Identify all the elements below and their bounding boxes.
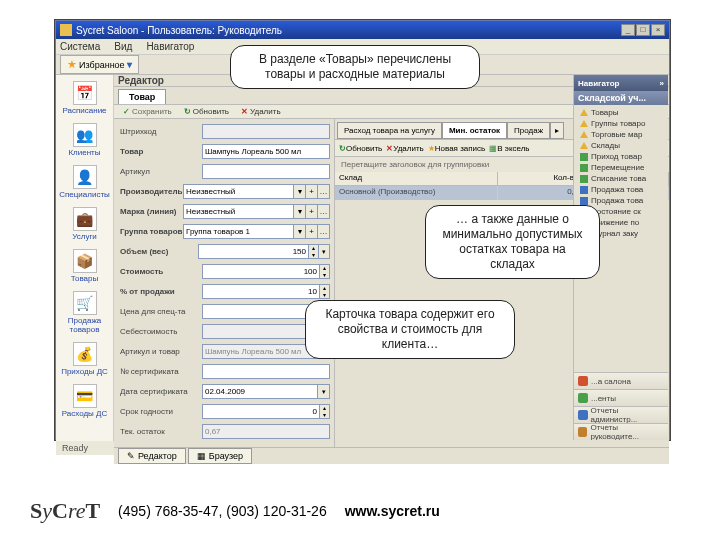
price-label: Цена для спец-та	[120, 307, 202, 316]
group-buttons[interactable]: ▾+…	[294, 224, 330, 239]
sidebar-label: Услуги	[72, 232, 97, 241]
sidebar-item-income[interactable]: 💰Приходы ДС	[58, 340, 112, 378]
delete-icon: ✕	[241, 107, 248, 116]
group-input[interactable]	[183, 224, 294, 239]
collapse-icon[interactable]: »	[660, 79, 664, 88]
close-button[interactable]: ×	[651, 24, 665, 36]
nav-item[interactable]: Продажа това	[574, 184, 668, 195]
sidebar-label: Специалисты	[59, 190, 110, 199]
maximize-button[interactable]: □	[636, 24, 650, 36]
percent-label: % от продажи	[120, 287, 202, 296]
certdate-input[interactable]	[202, 384, 318, 399]
delete-button[interactable]: ✕Удалить	[386, 144, 424, 153]
tab-product[interactable]: Товар	[118, 89, 166, 104]
brand-buttons[interactable]: ▾+…	[294, 204, 330, 219]
nav-section-bar[interactable]: ...енты	[574, 389, 668, 406]
bottom-tabs: ✎Редактор ▦Браузер	[114, 447, 669, 464]
minimize-button[interactable]: _	[621, 24, 635, 36]
cert-input[interactable]	[202, 364, 330, 379]
nav-item[interactable]: Перемещение	[574, 162, 668, 173]
product-input[interactable]	[202, 144, 330, 159]
callout-products: В разделе «Товары» перечислены товары и …	[230, 45, 480, 89]
square-icon	[580, 175, 588, 183]
col-qty[interactable]: Кол-во	[498, 172, 584, 185]
rtab-more[interactable]: ▸	[550, 122, 564, 139]
nav-item[interactable]: Склады	[574, 140, 668, 151]
editor-icon: ✎	[127, 451, 135, 461]
excel-button[interactable]: ▦В эксель	[489, 144, 529, 153]
section-icon	[578, 410, 588, 420]
expense-icon: 💳	[73, 384, 97, 408]
nav-section-bar[interactable]: Отчеты руководите...	[574, 423, 668, 440]
navigator-sections: ...а салона ...енты Отчеты администр... …	[574, 372, 668, 440]
cell-warehouse: Основной (Производство)	[335, 186, 498, 200]
nav-item[interactable]: Торговые мар	[574, 129, 668, 140]
nav-item[interactable]: Приход товар	[574, 151, 668, 162]
manufacturer-input[interactable]	[183, 184, 294, 199]
star-icon: ★	[428, 144, 435, 153]
cost-spinner[interactable]: ▴▾	[320, 264, 330, 279]
income-icon: 💰	[73, 342, 97, 366]
logo: SyCreT	[30, 498, 100, 524]
article-input[interactable]	[202, 164, 330, 179]
nav-item[interactable]: Товары	[574, 107, 668, 118]
nav-section-bar[interactable]: ...а салона	[574, 372, 668, 389]
refresh-button[interactable]: ↻Обновить	[179, 105, 234, 118]
favorites-button[interactable]: ★ Избранное ▾	[60, 55, 139, 74]
sidebar-label: Расписание	[62, 106, 106, 115]
brand-label: Марка (линия)	[120, 207, 183, 216]
brand-input[interactable]	[183, 204, 294, 219]
nav-item[interactable]: Списание това	[574, 173, 668, 184]
cost-label: Стоимость	[120, 267, 202, 276]
volume-input[interactable]	[198, 244, 309, 259]
sidebar-item-services[interactable]: 💼Услуги	[58, 205, 112, 243]
rest-input	[202, 424, 330, 439]
delete-button[interactable]: ✕Удалить	[236, 105, 286, 118]
btab-editor[interactable]: ✎Редактор	[118, 448, 186, 464]
refresh-button[interactable]: ↻Обновить	[339, 144, 382, 153]
sidebar-item-clients[interactable]: 👥Клиенты	[58, 121, 112, 159]
sidebar-item-expense[interactable]: 💳Расходы ДС	[58, 382, 112, 420]
window-controls: _ □ ×	[621, 24, 665, 36]
services-icon: 💼	[73, 207, 97, 231]
cost-input[interactable]	[202, 264, 320, 279]
sidebar-item-specialists[interactable]: 👤Специалисты	[58, 163, 112, 201]
barcode-input[interactable]	[202, 124, 330, 139]
menu-navigator[interactable]: Навигатор	[146, 41, 194, 52]
nav-section-bar[interactable]: Отчеты администр...	[574, 406, 668, 423]
window-title: Sycret Saloon - Пользователь: Руководите…	[76, 25, 282, 36]
price-input[interactable]	[202, 304, 320, 319]
sidebar-item-sales[interactable]: 🛒Продажа товаров	[58, 289, 112, 336]
selfcost-label: Себестоимость	[120, 327, 202, 336]
certdate-label: Дата сертификата	[120, 387, 202, 396]
percent-input[interactable]	[202, 284, 320, 299]
refresh-icon: ↻	[339, 144, 346, 153]
rtab-minstock[interactable]: Мин. остаток	[442, 122, 507, 139]
navigator-header: Навигатор»	[574, 75, 668, 91]
sidebar-label: Приходы ДС	[61, 367, 108, 376]
sidebar-item-products[interactable]: 📦Товары	[58, 247, 112, 285]
manufacturer-buttons[interactable]: ▾+…	[294, 184, 330, 199]
percent-spinner[interactable]: ▴▾	[320, 284, 330, 299]
date-dropdown[interactable]: ▾	[318, 384, 330, 399]
sidebar-item-schedule[interactable]: 📅Расписание	[58, 79, 112, 117]
new-button[interactable]: ★Новая запись	[428, 144, 485, 153]
footer-phone: (495) 768-35-47, (903) 120-31-26	[118, 503, 327, 519]
expiry-spinner[interactable]: ▴▾	[320, 404, 330, 419]
volume-dropdown[interactable]: ▾	[319, 244, 330, 259]
menu-view[interactable]: Вид	[114, 41, 132, 52]
rtab-sales[interactable]: Продаж	[507, 122, 550, 139]
navigator-section[interactable]: Складской уч...	[574, 91, 668, 105]
barcode-label: Штрихкод	[120, 127, 202, 136]
nav-item[interactable]: Группы товаро	[574, 118, 668, 129]
col-warehouse[interactable]: Склад	[335, 172, 498, 185]
cert-label: № сертификата	[120, 367, 202, 376]
save-button[interactable]: ✓Сохранить	[118, 105, 177, 118]
volume-spinner[interactable]: ▴▾	[309, 244, 319, 259]
clients-icon: 👥	[73, 123, 97, 147]
triangle-icon	[580, 120, 588, 127]
expiry-input[interactable]	[202, 404, 320, 419]
rtab-usage[interactable]: Расход товара на услугу	[337, 122, 442, 139]
btab-browser[interactable]: ▦Браузер	[188, 448, 252, 464]
menu-system[interactable]: Система	[60, 41, 100, 52]
